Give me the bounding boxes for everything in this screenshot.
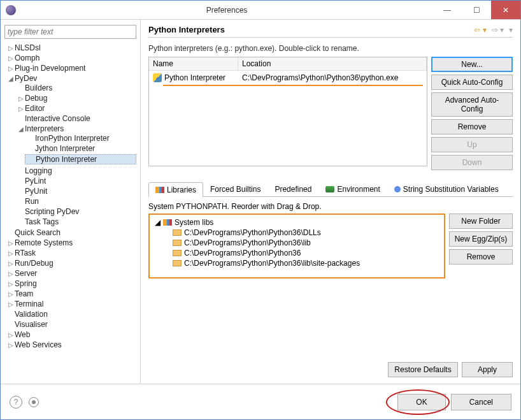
- tree-debug[interactable]: ▷Debug: [15, 94, 136, 103]
- pythonpath-label: System PYTHONPATH. Reorder with Drag & D…: [148, 202, 513, 211]
- lib-path[interactable]: C:\DevPrograms\Python\Python36\DLLs: [170, 228, 441, 238]
- tree-plugin-dev[interactable]: ▷Plug-in Development: [4, 64, 136, 73]
- interpreter-row[interactable]: Python Interpreter C:\DevPrograms\Python…: [149, 71, 427, 85]
- tree-spring[interactable]: ▷Spring: [4, 279, 136, 288]
- page-title: Python Interpreters: [148, 25, 474, 34]
- tree-pylint[interactable]: PyLint: [15, 177, 136, 185]
- lib-path[interactable]: C:\DevPrograms\Python\Python36: [170, 248, 441, 258]
- environment-icon: [325, 186, 334, 192]
- forward-icon[interactable]: ⇨ ▾: [492, 25, 504, 34]
- col-location[interactable]: Location: [238, 57, 427, 70]
- tree-interpreters[interactable]: ◢Interpreters: [15, 124, 136, 133]
- tab-forced-builtins[interactable]: Forced Builtins: [203, 182, 268, 196]
- string-sub-icon: [394, 186, 401, 192]
- tree-scripting[interactable]: Scripting PyDev: [15, 207, 136, 216]
- filter-input[interactable]: [4, 25, 136, 39]
- tab-libraries[interactable]: Libraries: [148, 182, 203, 197]
- help-icon[interactable]: ?: [10, 396, 22, 409]
- tree-python-interpreter[interactable]: Python Interpreter: [25, 154, 136, 164]
- advanced-auto-config-button[interactable]: Advanced Auto-Config: [431, 92, 513, 117]
- libraries-icon: [155, 187, 164, 193]
- tab-string-substitution[interactable]: String Substitution Variables: [387, 182, 506, 196]
- new-button[interactable]: New...: [431, 57, 513, 72]
- nav-icons: ⇦ ▾ ⇨ ▾ ▾: [474, 25, 513, 34]
- tabs: Libraries Forced Builtins Predefined Env…: [148, 182, 513, 197]
- tree-remote[interactable]: ▷Remote Systems: [4, 238, 136, 247]
- tree-visualiser[interactable]: Visualiser: [4, 320, 136, 329]
- preferences-tree: ▷NLSDsl ▷Oomph ▷Plug-in Development ◢PyD…: [4, 43, 136, 350]
- menu-icon[interactable]: ▾: [509, 25, 513, 34]
- window-title: Preferences: [21, 6, 432, 15]
- tree-tasktags[interactable]: Task Tags: [15, 217, 136, 226]
- sidebar: ▷NLSDsl ▷Oomph ▷Plug-in Development ◢PyD…: [1, 20, 141, 384]
- tree-logging[interactable]: Logging: [15, 166, 136, 175]
- highlight-underline: [163, 85, 423, 86]
- minimize-button[interactable]: —: [432, 1, 462, 19]
- description: Python interpreters (e.g.: python.exe). …: [148, 44, 513, 53]
- tree-nlsdsl[interactable]: ▷NLSDsl: [4, 43, 136, 52]
- titlebar: Preferences — ☐ ✕: [1, 1, 520, 20]
- app-icon: [6, 5, 16, 15]
- tree-quicksearch[interactable]: Quick Search: [4, 228, 136, 237]
- remove-lib-button[interactable]: Remove: [449, 249, 513, 264]
- tree-editor[interactable]: ▷Editor: [15, 104, 136, 113]
- tree-rundebug[interactable]: ▷Run/Debug: [4, 259, 136, 268]
- tree-rtask[interactable]: ▷RTask: [4, 249, 136, 257]
- tab-predefined[interactable]: Predefined: [268, 182, 318, 196]
- main-panel: Python Interpreters ⇦ ▾ ⇨ ▾ ▾ Python int…: [141, 20, 520, 384]
- tree-server[interactable]: ▷Server: [4, 269, 136, 278]
- lib-path[interactable]: C:\DevPrograms\Python\Python36\lib\site-…: [170, 258, 441, 268]
- remove-interpreter-button[interactable]: Remove: [431, 119, 513, 134]
- tree-webservices[interactable]: ▷Web Services: [4, 340, 136, 349]
- folder-icon: [173, 229, 182, 236]
- tree-validation[interactable]: Validation: [4, 310, 136, 319]
- folder-icon: [173, 240, 182, 246]
- tree-terminal[interactable]: ▷Terminal: [4, 300, 136, 308]
- back-icon[interactable]: ⇦ ▾: [474, 25, 486, 34]
- tree-web[interactable]: ▷Web: [4, 330, 136, 339]
- python-icon: [153, 73, 162, 82]
- tree-oomph[interactable]: ▷Oomph: [4, 54, 136, 62]
- quick-auto-config-button[interactable]: Quick Auto-Config: [431, 75, 513, 90]
- cancel-button[interactable]: Cancel: [451, 394, 511, 410]
- tree-builders[interactable]: Builders: [15, 83, 136, 92]
- tree-ironpython[interactable]: IronPython Interpreter: [25, 134, 136, 143]
- libs-icon: [163, 219, 172, 226]
- up-button[interactable]: Up: [431, 137, 513, 152]
- new-egg-button[interactable]: New Egg/Zip(s): [449, 231, 513, 247]
- footer: ? OK Cancel: [1, 384, 520, 419]
- down-button[interactable]: Down: [431, 155, 513, 170]
- progress-icon[interactable]: [29, 397, 39, 407]
- ok-button[interactable]: OK: [397, 394, 445, 410]
- folder-icon: [173, 250, 182, 256]
- col-name[interactable]: Name: [149, 57, 238, 70]
- folder-icon: [173, 260, 182, 266]
- tree-team[interactable]: ▷Team: [4, 289, 136, 298]
- system-libs-tree: ◢System libs C:\DevPrograms\Python\Pytho…: [148, 214, 445, 279]
- tree-pyunit[interactable]: PyUnit: [15, 187, 136, 196]
- maximize-button[interactable]: ☐: [462, 1, 491, 19]
- tree-run[interactable]: Run: [15, 197, 136, 206]
- apply-button[interactable]: Apply: [462, 362, 513, 377]
- window-controls: — ☐ ✕: [432, 1, 520, 19]
- interpreters-table: Name Location Python Interpreter C:\DevP…: [148, 57, 427, 166]
- tree-jython[interactable]: Jython Interpreter: [25, 144, 136, 153]
- tree-pydev[interactable]: ◢PyDev: [4, 74, 136, 83]
- tree-interactive-console[interactable]: Interactive Console: [15, 114, 136, 123]
- lib-path[interactable]: C:\DevPrograms\Python\Python36\lib: [170, 238, 441, 248]
- close-button[interactable]: ✕: [491, 1, 520, 19]
- system-libs-node[interactable]: ◢System libs: [152, 217, 441, 228]
- new-folder-button[interactable]: New Folder: [449, 214, 513, 229]
- tab-environment[interactable]: Environment: [318, 182, 387, 196]
- restore-defaults-button[interactable]: Restore Defaults: [388, 362, 458, 377]
